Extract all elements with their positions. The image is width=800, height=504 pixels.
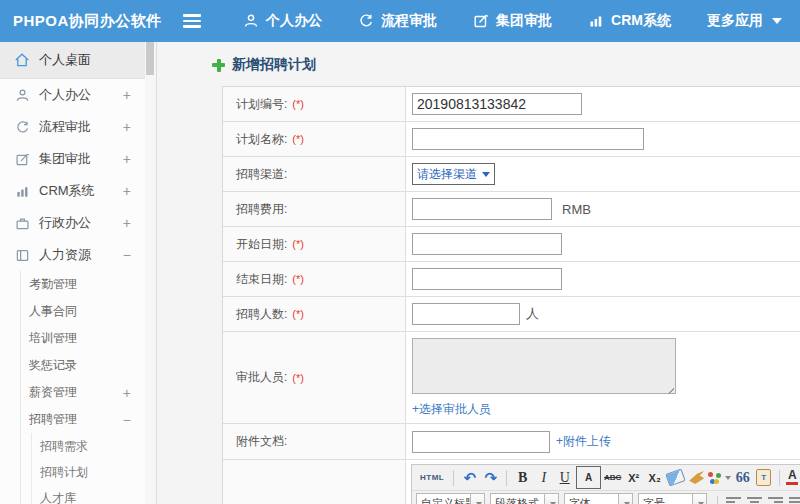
channel-select[interactable]: 请选择渠道 — [412, 163, 495, 185]
font-size-combo[interactable]: 字号 — [638, 493, 707, 504]
plan-number-input[interactable] — [412, 93, 582, 115]
bar-chart-icon — [588, 13, 604, 29]
superscript-button[interactable]: X² — [624, 467, 643, 488]
field-label: 审批人员: — [236, 369, 287, 386]
approvers-textarea[interactable] — [412, 338, 676, 394]
html-source-button[interactable]: HTML — [417, 467, 447, 488]
app-logo: PHPOA协同办公软件 — [0, 12, 175, 31]
caret-down-icon — [725, 476, 731, 480]
format-brush-icon — [689, 471, 704, 484]
align-justify-button[interactable] — [787, 493, 800, 504]
eraser-icon — [666, 468, 686, 486]
required-mark: (*) — [292, 308, 304, 320]
bold-button[interactable]: B — [513, 467, 532, 488]
sidebar-item-training[interactable]: 培训管理 — [21, 325, 145, 352]
form-row-approvers: 审批人员:(*) +选择审批人员 — [223, 332, 800, 424]
custom-title-combo[interactable]: 自定义标题 — [416, 493, 485, 504]
sidebar-scrollbar — [145, 42, 157, 504]
start-date-input[interactable] — [412, 233, 562, 255]
field-label: 招聘渠道: — [236, 166, 287, 183]
form-row-cost: 招聘费用: RMB — [223, 192, 800, 227]
rich-text-editor: HTML ↶ ↷ B I U A ABC X² X₂ — [411, 464, 800, 504]
expand-icon[interactable]: + — [123, 152, 131, 166]
paste-button[interactable]: T — [754, 467, 773, 488]
sidebar-item-admin-office[interactable]: 行政办公 + — [0, 207, 145, 239]
topnav-item-personal-office[interactable]: 个人办公 — [225, 0, 340, 42]
underline-button[interactable]: U — [555, 467, 574, 488]
form-row-plan-name: 计划名称:(*) — [223, 122, 800, 157]
emoticon-button[interactable] — [708, 467, 731, 488]
topnav-item-more-apps[interactable]: 更多应用 — [689, 0, 800, 42]
expand-icon[interactable]: + — [123, 216, 131, 230]
select-approvers-link[interactable]: +选择审批人员 — [412, 401, 491, 418]
main-content: 新增招聘计划 计划编号:(*) 计划名称:(*) 招聘渠道: 请选择渠道 招聘费… — [157, 42, 800, 504]
scrollbar-thumb[interactable] — [146, 42, 154, 75]
sidebar-item-talent-pool[interactable]: 人才库 — [32, 485, 145, 504]
book-icon — [14, 247, 30, 263]
sidebar-item-human-resources[interactable]: 人力资源 − — [0, 239, 145, 271]
form-row-headcount: 招聘人数:(*) 人 — [223, 297, 800, 332]
redo-button[interactable]: ↷ — [481, 467, 500, 488]
topnav-item-crm[interactable]: CRM系统 — [570, 0, 689, 42]
align-center-button[interactable] — [745, 493, 764, 504]
sidebar-item-personal-office[interactable]: 个人办公 + — [0, 79, 145, 111]
font-family-combo[interactable]: 字体 — [564, 493, 633, 504]
user-icon — [14, 87, 30, 103]
briefcase-icon — [14, 215, 30, 231]
undo-button[interactable]: ↶ — [460, 467, 479, 488]
expand-icon[interactable]: + — [123, 88, 131, 102]
required-mark: (*) — [292, 273, 304, 285]
eraser-button[interactable] — [666, 467, 685, 488]
caret-down-icon — [482, 172, 490, 177]
attachment-upload-link[interactable]: +附件上传 — [556, 433, 611, 450]
form-row-plan-number: 计划编号:(*) — [223, 87, 800, 122]
menu-toggle-icon[interactable] — [183, 14, 201, 28]
italic-button[interactable]: I — [534, 467, 553, 488]
edit-square-icon — [473, 13, 489, 29]
plan-name-input[interactable] — [412, 128, 644, 150]
sidebar-item-group-approval[interactable]: 集团审批 + — [0, 143, 145, 175]
sidebar-item-recruit-plan[interactable]: 招聘计划 — [32, 459, 145, 485]
topnav-item-group-approval[interactable]: 集团审批 — [455, 0, 570, 42]
sidebar-item-hr-contract[interactable]: 人事合同 — [21, 298, 145, 325]
recruit-plan-form: 计划编号:(*) 计划名称:(*) 招聘渠道: 请选择渠道 招聘费用: RMB … — [222, 86, 800, 504]
required-mark: (*) — [292, 133, 304, 145]
sidebar-item-rewards[interactable]: 奖惩记录 — [21, 352, 145, 379]
plus-icon — [212, 59, 225, 72]
sidebar-item-salary[interactable]: 薪资管理+ — [21, 379, 145, 406]
expand-icon[interactable]: + — [123, 386, 131, 400]
blockquote-button[interactable]: 66 — [733, 467, 752, 488]
sidebar-item-personal-desktop[interactable]: 个人桌面 — [0, 42, 145, 79]
topnav-item-process-approval[interactable]: 流程审批 — [340, 0, 455, 42]
caret-down-icon — [772, 18, 782, 24]
sidebar-item-recruit-mgmt[interactable]: 招聘管理− — [21, 406, 145, 433]
attachment-input[interactable] — [412, 431, 550, 453]
form-row-end-date: 结束日期:(*) — [223, 262, 800, 297]
headcount-input[interactable] — [412, 303, 520, 325]
font-color-button[interactable]: A — [786, 467, 800, 488]
form-row-channel: 招聘渠道: 请选择渠道 — [223, 157, 800, 192]
form-row-attachment: 附件文档: +附件上传 — [223, 424, 800, 460]
home-icon — [14, 52, 30, 68]
boxed-text-button[interactable]: A — [576, 466, 601, 489]
cost-input[interactable] — [412, 198, 552, 220]
paragraph-format-combo[interactable]: 段落格式 — [490, 493, 559, 504]
format-brush-button[interactable] — [687, 467, 706, 488]
align-right-button[interactable] — [766, 493, 785, 504]
top-navigation: 个人办公 流程审批 集团审批 CRM系统 更多应用 — [225, 0, 800, 42]
collapse-icon[interactable]: − — [123, 413, 131, 427]
expand-icon[interactable]: + — [123, 120, 131, 134]
collapse-icon[interactable]: − — [123, 248, 131, 262]
align-left-button[interactable] — [724, 493, 743, 504]
sidebar-item-crm[interactable]: CRM系统 + — [0, 175, 145, 207]
end-date-input[interactable] — [412, 268, 562, 290]
subscript-button[interactable]: X₂ — [645, 467, 664, 488]
align-justify-icon — [789, 496, 800, 504]
expand-icon[interactable]: + — [123, 184, 131, 198]
strikethrough-button[interactable]: ABC — [603, 467, 622, 488]
sidebar-item-recruit-demand[interactable]: 招聘需求 — [32, 433, 145, 459]
sidebar-item-attendance[interactable]: 考勤管理 — [21, 271, 145, 298]
field-label: 附件文档: — [236, 433, 287, 450]
sidebar-item-process-approval[interactable]: 流程审批 + — [0, 111, 145, 143]
editor-toolbar-row1: HTML ↶ ↷ B I U A ABC X² X₂ — [412, 465, 800, 491]
